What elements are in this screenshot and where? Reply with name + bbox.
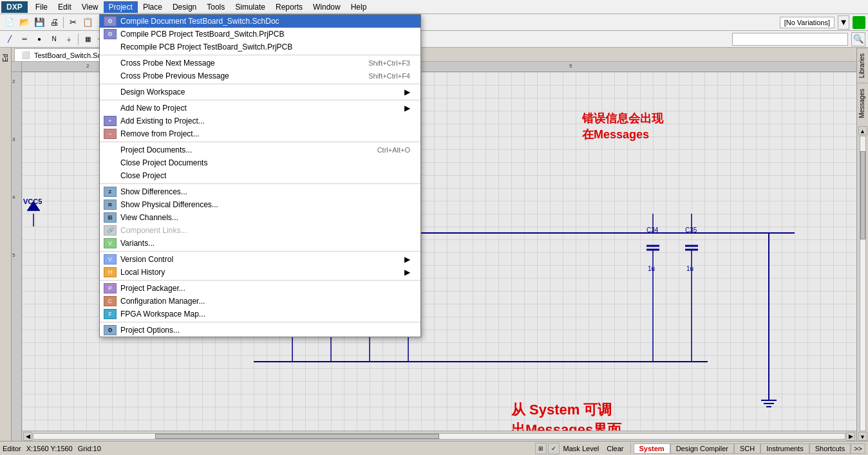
tb2-place-part[interactable]: ▦: [80, 32, 95, 46]
menu-show-phys-diff[interactable]: ≋ Show Physical Differences...: [100, 198, 420, 211]
menu-cross-probe-next[interactable]: Cross Probe Next Message Shift+Ctrl+F3: [100, 57, 420, 70]
tb2-power[interactable]: ⏚: [62, 32, 76, 46]
menu-add-new[interactable]: Add New to Project ▶: [100, 102, 420, 115]
menubar-reports[interactable]: Reports: [270, 1, 308, 13]
menu-design-workspace[interactable]: Design Workspace ▶: [100, 86, 420, 98]
menu-icon-project-packager: P: [104, 283, 117, 293]
menu-component-links[interactable]: 🔗 Component Links...: [100, 224, 420, 237]
ruler-vertical: 2 3 4 5: [12, 62, 22, 441]
h-scrollbar[interactable]: ◀ ▶: [22, 431, 856, 441]
menu-label-project-options: Project Options...: [120, 326, 180, 335]
menu-label-cross-probe-next: Cross Probe Next Message: [120, 59, 349, 68]
menu-sep-7: [100, 280, 420, 281]
menu-icon-compile-pcb: ⚙: [104, 29, 117, 39]
menu-view-channels[interactable]: ⊞ View Channels...: [100, 211, 420, 224]
status-tab-instruments[interactable]: Instruments: [760, 443, 809, 454]
tb-save[interactable]: 💾: [32, 15, 46, 30]
menu-arrow-local-history: ▶: [404, 268, 410, 277]
clear-button[interactable]: Clear: [603, 445, 627, 452]
menu-variants[interactable]: V Variants...: [100, 237, 420, 250]
menu-cross-probe-prev[interactable]: Cross Probe Previous Message Shift+Ctrl+…: [100, 70, 420, 82]
menubar-design[interactable]: Design: [167, 1, 202, 13]
menu-remove-from[interactable]: − Remove from Project...: [100, 127, 420, 140]
menu-show-diff[interactable]: ≠ Show Differences...: [100, 185, 420, 198]
status-tab-shortcuts[interactable]: Shortcuts: [809, 443, 851, 454]
scroll-right-btn[interactable]: ▶: [846, 432, 855, 441]
v-scroll-thumb[interactable]: [860, 151, 865, 239]
tb-print[interactable]: 🖨: [47, 15, 61, 30]
menu-label-show-diff: Show Differences...: [120, 187, 187, 196]
menubar-window[interactable]: Window: [308, 1, 346, 13]
status-tab-system[interactable]: System: [634, 443, 670, 454]
vcc-label: VCC5: [23, 198, 42, 205]
menu-add-existing[interactable]: + Add Existing to Project...: [100, 115, 420, 127]
tb2-search[interactable]: 🔍: [851, 32, 865, 46]
menu-label-cross-probe-prev: Cross Probe Previous Message: [120, 71, 349, 80]
menubar-simulate[interactable]: Simulate: [230, 1, 270, 13]
menu-config-manager[interactable]: C Configuration Manager...: [100, 295, 420, 308]
menu-compile-doc[interactable]: ⚙ Compile Document TestBoard_Switch.SchD…: [100, 15, 420, 28]
menu-close-project[interactable]: Close Project: [100, 169, 420, 182]
cap-c34-value: 1u: [648, 265, 655, 272]
tb2-netlabel[interactable]: N: [47, 32, 61, 46]
menu-local-history[interactable]: H Local History ▶: [100, 266, 420, 279]
menu-shortcut-project-docs: Ctrl+Alt+O: [377, 146, 410, 154]
status-tab-design-compiler[interactable]: Design Compiler: [670, 443, 734, 454]
menubar-dxp[interactable]: DXP: [1, 1, 28, 13]
menu-arrow-version-control: ▶: [404, 255, 410, 264]
tb-new[interactable]: 📄: [3, 15, 17, 30]
menu-icon-config-manager: C: [104, 296, 117, 306]
right-tab-messages[interactable]: Messages: [857, 83, 868, 124]
v-scrollbar-down[interactable]: ▼: [858, 432, 867, 441]
menu-project-docs[interactable]: Project Documents... Ctrl+Alt+O: [100, 144, 420, 156]
menubar-edit[interactable]: Edit: [53, 1, 77, 13]
menubar-file[interactable]: File: [30, 1, 53, 13]
menu-sep-5: [100, 183, 420, 184]
menubar-view[interactable]: View: [77, 1, 104, 13]
menubar-tools[interactable]: Tools: [202, 1, 230, 13]
tb-open[interactable]: 📂: [17, 15, 32, 30]
menu-recompile-pcb[interactable]: Recompile PCB Project TestBoard_Switch.P…: [100, 41, 420, 53]
menu-label-recompile-pcb: Recompile PCB Project TestBoard_Switch.P…: [120, 42, 292, 51]
menu-close-project-docs[interactable]: Close Project Documents: [100, 156, 420, 169]
tb2-junction[interactable]: ●: [32, 32, 46, 46]
status-expand-btn[interactable]: >>: [851, 443, 865, 454]
menubar-project[interactable]: Project: [104, 1, 138, 13]
scroll-thumb[interactable]: [155, 434, 439, 439]
status-tab-sch[interactable]: SCH: [734, 443, 760, 454]
menu-icon-show-diff: ≠: [104, 187, 117, 197]
tb2-wire[interactable]: ╱: [3, 32, 17, 46]
mask-level-label: Mask Level: [561, 445, 602, 452]
menu-project-options[interactable]: ⚙ Project Options...: [100, 324, 420, 337]
menubar-place[interactable]: Place: [138, 1, 167, 13]
tb-variations-drop[interactable]: ▼: [838, 15, 849, 30]
menu-label-version-control: Version Control: [120, 255, 404, 264]
tb-copy[interactable]: 📋: [80, 15, 95, 30]
menu-arrow-add-new: ▶: [404, 104, 410, 113]
menu-icon-component-links: 🔗: [104, 225, 117, 236]
tb-cut[interactable]: ✂: [66, 15, 80, 30]
menu-icon-fpga-workspace: F: [104, 309, 117, 319]
status-icon-btn2[interactable]: ✓: [548, 443, 560, 454]
menu-label-remove-from: Remove from Project...: [120, 129, 200, 138]
menu-label-compile-doc: Compile Document TestBoard_Switch.SchDoc: [120, 17, 279, 26]
right-tab-libraries[interactable]: Libraries: [857, 48, 868, 83]
menu-compile-pcb[interactable]: ⚙ Compile PCB Project TestBoard_Switch.P…: [100, 28, 420, 41]
menu-label-view-channels: View Channels...: [120, 213, 178, 222]
project-menu-popup[interactable]: ⚙ Compile Document TestBoard_Switch.SchD…: [99, 14, 421, 337]
status-coords: X:1560 Y:1560: [26, 445, 73, 452]
menu-sep-4: [100, 142, 420, 142]
v-scrollbar-up[interactable]: ▲: [858, 126, 867, 135]
menu-version-control[interactable]: V Version Control ▶: [100, 253, 420, 266]
menu-fpga-workspace[interactable]: F FPGA Workspace Map...: [100, 308, 420, 320]
left-sidebar: Ed: [0, 48, 12, 441]
menu-project-packager[interactable]: P Project Packager...: [100, 282, 420, 295]
status-icon-btn1[interactable]: ⊞: [535, 443, 547, 454]
tb2-bus[interactable]: ═: [17, 32, 32, 46]
left-tab-editor[interactable]: Ed: [1, 50, 10, 66]
menu-icon-variants: V: [104, 238, 117, 248]
menubar-help[interactable]: Help: [346, 1, 372, 13]
cap-c35-label: C35: [685, 227, 697, 234]
scroll-left-btn[interactable]: ◀: [23, 432, 32, 441]
menu-label-local-history: Local History: [120, 268, 404, 277]
